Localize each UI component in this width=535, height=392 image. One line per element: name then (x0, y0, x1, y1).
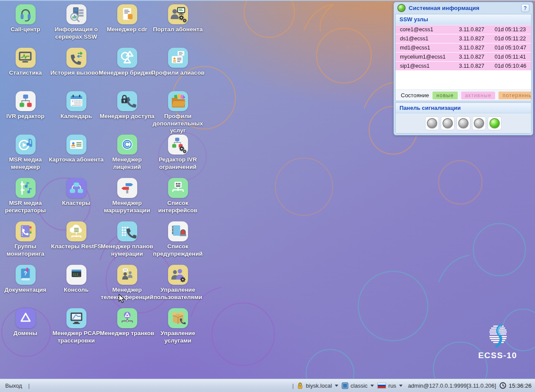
user-management-icon (168, 265, 188, 285)
ssw-node-row[interactable]: md1@ecss13.11.0.82701d 05:10:47 (396, 43, 531, 52)
ssw-nodes-empty-area (396, 70, 531, 89)
desktop-icon[interactable]: ?Документация (0, 264, 51, 307)
ssw-node-row[interactable]: core1@ecss13.11.0.82701d 05:11:23 (396, 25, 531, 34)
logout-link[interactable]: Выход (5, 382, 22, 389)
desktop-icon[interactable]: Менеджер PCAP трассировки (51, 307, 102, 351)
restfs-clusters-icon (66, 221, 86, 241)
alias-profiles-icon (168, 48, 188, 68)
ecss-logo-mark (482, 325, 513, 348)
chevron-down-icon (370, 385, 374, 387)
server-info-icon (66, 4, 86, 24)
desktop-icon[interactable]: Менеджер транков (102, 307, 152, 351)
desktop-icon[interactable]: Кластеры RestFS (51, 221, 102, 264)
desktop-icon[interactable]: CLI_Консоль (51, 264, 102, 307)
ssw-node-ver: 3.11.0.827 (459, 63, 495, 69)
ru-flag-icon (377, 383, 386, 389)
desktop-icon-label: Информация о серверах SSW (47, 26, 106, 40)
panel-status-led-icon (397, 4, 406, 12)
desktop-icon[interactable]: Менеджер cdr (102, 3, 152, 47)
desktop-icon[interactable]: Менеджер лицензий (102, 134, 152, 177)
ssw-node-row[interactable]: mycelium1@ecss13.11.0.82701d 05:11:41 (396, 53, 531, 61)
license-icon (117, 135, 137, 155)
desktop-icon[interactable]: Карточка абонента (51, 134, 102, 177)
ssw-node-ver: 3.11.0.827 (459, 26, 495, 33)
call-history-icon (66, 48, 86, 68)
desktop-icon[interactable]: Кластеры (51, 177, 102, 221)
desktop-icon[interactable]: Профили дополнительных услуг (152, 90, 203, 134)
ssw-node-up: 01d 05:11:41 (495, 54, 531, 60)
alarm-led-row (396, 113, 531, 133)
desktop-icon[interactable]: Список интерфейсов (152, 177, 203, 221)
ssw-node-name: core1@ecss1 (396, 26, 459, 33)
desktop-icon-label: Управление пользователями (149, 287, 208, 301)
theme-value: classic (350, 382, 367, 389)
ssw-node-row[interactable]: sip1@ecss13.11.0.82701d 05:10:46 (396, 62, 531, 70)
ssw-node-ver: 3.11.0.827 (459, 54, 495, 60)
help-button[interactable]: ? (521, 4, 529, 12)
clock: 15:36:26 (499, 382, 532, 389)
desktop-icon-label: Кластеры RestFS (47, 243, 106, 250)
desktop-icon[interactable]: Call-центр (0, 3, 51, 47)
desktop-icon[interactable]: История вызовов (51, 47, 102, 90)
desktop-icon-label: Менеджер доступа (98, 113, 157, 120)
desktop-icon[interactable]: MSR медиа менеджер (0, 134, 51, 177)
svg-text:?: ? (23, 270, 27, 277)
desktop-icon[interactable]: Менеджер телеконференций (102, 264, 152, 307)
desktop-icon[interactable]: Статистика (0, 47, 51, 90)
alarm-led-button[interactable] (441, 116, 455, 130)
ssw-node-ver: 3.11.0.827 (459, 36, 495, 42)
desktop-icon[interactable]: Группы мониторинга (0, 221, 51, 264)
alarm-led-button[interactable] (472, 116, 486, 130)
desktop-icon[interactable]: Профили алиасов (152, 47, 203, 90)
ssw-node-name: md1@ecss1 (396, 45, 459, 51)
svg-text:CLI_: CLI_ (73, 273, 80, 277)
desktop-icon[interactable]: Домены (0, 307, 51, 351)
desktop-icon[interactable]: Менеджер планов нумерации (102, 221, 152, 264)
alarm-led-button[interactable] (488, 116, 502, 130)
desktop-icon-label: Карточка абонента (47, 156, 106, 164)
state-legend-chips: новыеактивныепотерянные (429, 92, 532, 99)
desktop-icon-grid: Call-центрИнформация о серверах SSWМенед… (0, 3, 204, 351)
alarm-led-green-icon (489, 118, 500, 128)
alarm-led-gray-icon (458, 118, 469, 128)
clusters-icon (66, 178, 86, 198)
desktop-icon-label: Редактор IVR ограничений (149, 156, 208, 171)
theme-selector[interactable]: classic (342, 382, 374, 389)
ssw-node-up: 01d 05:10:47 (495, 45, 531, 51)
alarm-panel-header: Панель сигнализации (396, 103, 531, 113)
desktop-icon[interactable]: Портал абонента (152, 3, 203, 47)
window-top-strip (0, 0, 535, 1)
numbering-plans-icon (117, 221, 137, 241)
ssw-node-up: 01d 05:11:23 (495, 26, 531, 33)
desktop-icon[interactable]: Менеджер маршрутизации (102, 177, 152, 221)
desktop-icon[interactable]: Информация о серверах SSW (51, 3, 102, 47)
desktop-icon[interactable]: IVR редактор (0, 90, 51, 134)
desktop-icon[interactable]: 1Календарь (51, 90, 102, 134)
desktop-icon-label: Профили алиасов (149, 69, 208, 77)
ssw-node-name: sip1@ecss1 (396, 63, 459, 69)
desktop-icon[interactable]: Управление пользователями (152, 264, 203, 307)
desktop-icon[interactable]: Редактор IVR ограничений (152, 134, 203, 177)
alarm-led-button[interactable] (456, 116, 470, 130)
ssw-node-name: mycelium1@ecss1 (396, 54, 459, 60)
domain-selector[interactable]: biysk.local (297, 382, 338, 389)
desktop-icon[interactable]: Менеджер доступа (102, 90, 152, 134)
desktop-icon-label: Консоль (47, 287, 106, 294)
desktop-icon-label: Менеджер планов нумерации (98, 243, 157, 257)
time-value: 15:36:26 (509, 382, 532, 389)
domain-value: biysk.local (306, 382, 332, 389)
desktop-icon-label: Профили дополнительных услуг (149, 113, 208, 135)
language-selector[interactable]: rus (377, 382, 403, 389)
state-legend-label: Состояние (401, 92, 429, 99)
alarm-led-button[interactable] (425, 116, 439, 130)
desktop-icon[interactable]: MSR медиа регистраторы (0, 177, 51, 221)
ssw-node-row[interactable]: ds1@ecss13.11.0.82701d 05:11:22 (396, 34, 531, 43)
system-info-panel: Системная информация ? SSW узлы core1@ec… (393, 2, 533, 135)
desktop-icon[interactable]: Менеджер бриджей (102, 47, 152, 90)
system-info-titlebar: Системная информация ? (395, 2, 532, 14)
desktop-icon-label: Менеджер телеконференций (98, 287, 157, 301)
desktop-icon-label: Календарь (47, 113, 106, 120)
desktop-icon[interactable]: Управление услугами (152, 307, 203, 351)
state-legend-chip: новые (433, 92, 458, 99)
desktop-icon[interactable]: Список предупреждений (152, 221, 203, 264)
